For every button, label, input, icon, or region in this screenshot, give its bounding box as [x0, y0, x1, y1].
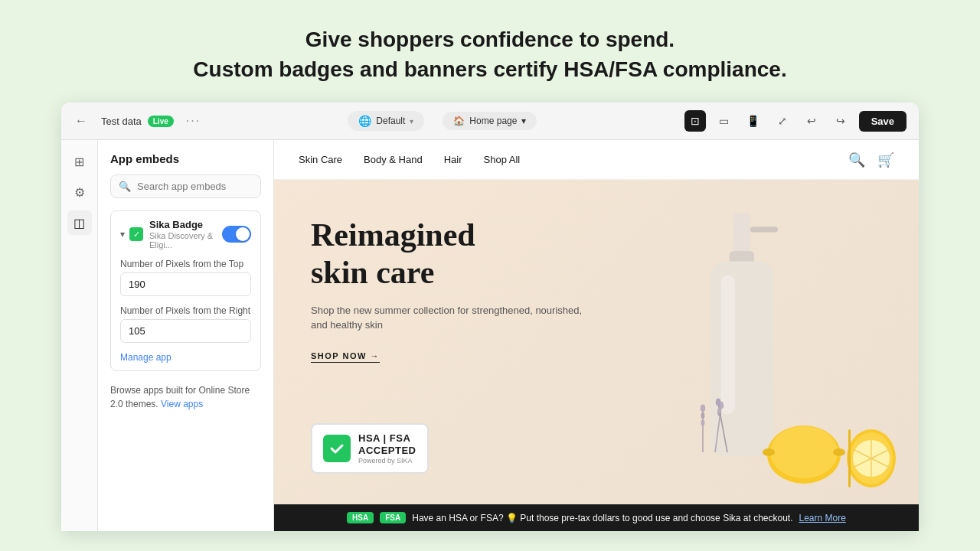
- tablet-icon[interactable]: ▭: [714, 110, 735, 132]
- pixels-right-input[interactable]: [120, 319, 251, 343]
- chevron-down-icon: ▾: [410, 117, 413, 126]
- default-label: Default: [376, 116, 405, 126]
- embed-sub: Sika Discovery & Eligi...: [149, 231, 222, 249]
- svg-point-6: [770, 426, 838, 478]
- sidebar-icon-settings[interactable]: ⚙: [67, 180, 92, 204]
- store-nav: Skin Care Body & Hand Hair Shop All 🔍 🛒: [274, 140, 919, 180]
- pixels-top-input[interactable]: [120, 272, 251, 296]
- hsa-check-icon: [323, 435, 351, 462]
- sidebar-icons: ⊞ ⚙ ◫: [61, 140, 98, 531]
- field2-label: Number of Pixels from the Right: [120, 305, 251, 316]
- redo-button[interactable]: ↪: [830, 110, 851, 132]
- hsa-text-block: HSA | FSA ACCEPTED Powered by SIKA: [358, 432, 416, 465]
- preview-area: Skin Care Body & Hand Hair Shop All 🔍 🛒: [274, 140, 919, 531]
- sidebar-icon-pages[interactable]: ⊞: [67, 149, 92, 174]
- live-badge: Live: [148, 116, 174, 127]
- collapse-icon[interactable]: ▾: [120, 229, 125, 240]
- promo-title: Give shoppers confidence to spend. Custo…: [15, 24, 965, 84]
- back-button[interactable]: ←: [74, 113, 89, 129]
- theme-selector[interactable]: 🌐 Default ▾: [348, 111, 424, 131]
- hsa-tag: HSA: [347, 512, 374, 523]
- store-nav-icons: 🔍 🛒: [848, 152, 894, 168]
- lavender-svg: [689, 397, 766, 458]
- nav-skin-care[interactable]: Skin Care: [299, 154, 342, 165]
- nav-hair[interactable]: Hair: [444, 154, 462, 165]
- fsa-tag: FSA: [380, 512, 406, 523]
- view-apps-link[interactable]: View apps: [161, 399, 203, 409]
- browser-toolbar: ← Test data Live ··· 🌐 Default ▾ 🏠 Home …: [61, 103, 919, 140]
- store-preview: Skin Care Body & Hand Hair Shop All 🔍 🛒: [274, 140, 919, 531]
- search-icon: 🔍: [119, 181, 131, 192]
- hsa-badge-title: HSA | FSA: [358, 432, 416, 445]
- svg-point-19: [701, 420, 705, 426]
- svg-rect-4: [750, 227, 777, 232]
- search-input[interactable]: [137, 181, 253, 192]
- panel-title: App embeds: [110, 152, 261, 165]
- save-button[interactable]: Save: [859, 111, 906, 132]
- search-box[interactable]: 🔍: [110, 174, 261, 198]
- embed-header: ▾ ✓ Sika Badge Sika Discovery & Eligi...: [120, 219, 251, 249]
- svg-rect-0: [733, 213, 750, 255]
- browser-center: 🌐 Default ▾ 🏠 Home page ▾: [213, 111, 672, 131]
- page-selector[interactable]: 🏠 Home page ▾: [443, 112, 537, 130]
- sidebar-icon-embeds[interactable]: ◫: [67, 210, 92, 235]
- store-banner: HSA FSA Have an HSA or FSA? 💡 Put those …: [274, 504, 919, 531]
- hero-desc: Shop the new summer collection for stren…: [311, 303, 586, 333]
- more-options-button[interactable]: ···: [186, 114, 201, 128]
- zoom-icon[interactable]: ⤢: [772, 110, 793, 132]
- manage-app-link[interactable]: Manage app: [120, 352, 251, 363]
- nav-shop-all[interactable]: Shop All: [484, 154, 521, 165]
- store-hero: Reimagined skin care Shop the new summer…: [274, 180, 919, 504]
- embed-name: Sika Badge: [149, 219, 222, 230]
- nav-links: Skin Care Body & Hand Hair Shop All: [299, 154, 520, 165]
- browser-tab[interactable]: Test data Live: [101, 116, 174, 127]
- learn-more-link[interactable]: Learn More: [799, 513, 846, 523]
- toolbar-right: ⊡ ▭ 📱 ⤢ ↩ ↪ Save: [684, 110, 906, 132]
- hero-title: Reimagined skin care: [311, 217, 586, 291]
- svg-point-18: [701, 412, 705, 419]
- embed-toggle[interactable]: [222, 226, 251, 243]
- cart-icon[interactable]: 🛒: [877, 152, 894, 168]
- undo-button[interactable]: ↩: [801, 110, 822, 132]
- embed-item-sika: ▾ ✓ Sika Badge Sika Discovery & Eligi...…: [110, 210, 261, 371]
- embed-check-icon: ✓: [129, 227, 143, 241]
- hsa-badge-accepted: ACCEPTED: [358, 445, 416, 457]
- browse-text: Browse apps built for Online Store 2.0 t…: [110, 383, 261, 411]
- home-icon: 🏠: [453, 116, 465, 126]
- banner-text: Have an HSA or FSA? 💡 Put those pre-tax …: [412, 513, 792, 523]
- hsa-badge: HSA | FSA ACCEPTED Powered by SIKA: [311, 423, 429, 474]
- lemon-svg: [758, 397, 896, 489]
- svg-point-17: [701, 405, 705, 412]
- embeds-panel: App embeds 🔍 ▾ ✓ Sika Badge Sika Discove…: [98, 140, 274, 531]
- page-label: Home page: [469, 116, 517, 126]
- chevron-down-icon: ▾: [521, 116, 526, 126]
- tab-label: Test data: [101, 116, 142, 127]
- svg-point-8: [833, 448, 845, 456]
- mobile-icon[interactable]: 📱: [743, 110, 764, 132]
- svg-rect-3: [720, 276, 734, 415]
- hero-content: Reimagined skin care Shop the new summer…: [311, 217, 586, 362]
- desktop-icon[interactable]: ⊡: [684, 110, 706, 132]
- browser-window: ← Test data Live ··· 🌐 Default ▾ 🏠 Home …: [61, 103, 919, 531]
- nav-body-hand[interactable]: Body & Hand: [364, 154, 423, 165]
- svg-rect-11: [848, 429, 851, 487]
- promo-header: Give shoppers confidence to spend. Custo…: [0, 0, 980, 103]
- search-icon[interactable]: 🔍: [848, 152, 865, 168]
- field1-label: Number of Pixels from the Top: [120, 259, 251, 269]
- hsa-badge-powered: Powered by SIKA: [358, 457, 416, 465]
- globe-icon: 🌐: [358, 115, 371, 127]
- embed-info: Sika Badge Sika Discovery & Eligi...: [149, 219, 222, 249]
- browser-body: ⊞ ⚙ ◫ App embeds 🔍 ▾ ✓ Sika Badge Sika D…: [61, 140, 919, 531]
- hero-cta-button[interactable]: SHOP NOW →: [311, 351, 380, 363]
